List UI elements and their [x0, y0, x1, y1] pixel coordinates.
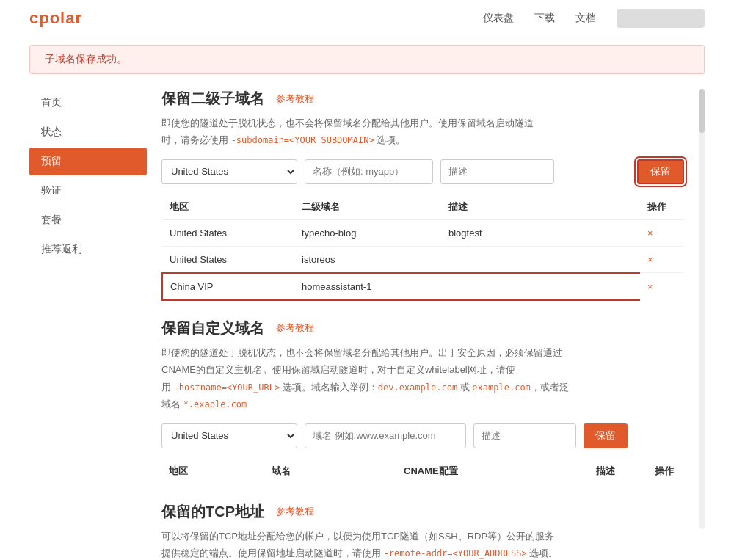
subdomain-name-input[interactable]: [305, 159, 433, 184]
col-desc: 描述: [441, 194, 640, 220]
custom-domain-desc-input[interactable]: [473, 423, 576, 448]
col-cname: CNAME配置: [396, 459, 589, 484]
nav-dashboard[interactable]: 仪表盘: [483, 12, 514, 25]
scrollbar-track[interactable]: [699, 89, 705, 529]
tcp-ref-link[interactable]: 参考教程: [276, 505, 314, 518]
subdomain-ref-link[interactable]: 参考教程: [276, 92, 314, 106]
sidebar-item-verify[interactable]: 验证: [29, 177, 147, 205]
subdomain-region-select[interactable]: United States China VIP: [161, 159, 297, 184]
sidebar: 首页 状态 预留 验证 套餐 推荐返利: [29, 89, 147, 560]
subdomain-desc: 即使您的隧道处于脱机状态，也不会将保留域名分配给其他用户。使用保留域名启动隧道时…: [161, 114, 684, 149]
custom-domain-input[interactable]: [305, 423, 466, 448]
subdomain-section: 保留二级子域名 参考教程 即使您的隧道处于脱机状态，也不会将保留域名分配给其他用…: [161, 89, 684, 301]
subdomain-table-wrapper: 地区 二级域名 描述 操作: [161, 194, 684, 301]
success-message: 子域名保存成功。: [45, 53, 127, 65]
subdomain-save-button[interactable]: 保留: [637, 159, 684, 184]
custom-domain-form-row: United States China VIP 保留: [161, 423, 684, 448]
header: cpolar 仪表盘 下载 文档: [0, 0, 734, 37]
sidebar-item-status[interactable]: 状态: [29, 118, 147, 146]
tcp-desc: 可以将保留的TCP地址分配给您的帐户，以便为使用TCP隧道（如SSH、RDP等）…: [161, 528, 684, 560]
sidebar-item-home[interactable]: 首页: [29, 89, 147, 117]
col-domain: 域名: [264, 459, 396, 484]
custom-domain-table: 地区 域名 CNAME配置 描述 操作: [161, 459, 684, 484]
table-row-highlighted: China VIP homeassistant-1 ×: [162, 273, 684, 300]
custom-domain-desc: 即使您的隧道处于脱机状态，也不会将保留域名分配给其他用户。出于安全原因，必须保留…: [161, 344, 684, 413]
sidebar-item-reserve[interactable]: 预留: [29, 148, 147, 175]
subdomain-title: 保留二级子域名: [161, 89, 264, 109]
custom-domain-region-select[interactable]: United States China VIP: [161, 423, 297, 448]
col-subdomain: 二级域名: [294, 194, 441, 220]
table-row: United States istoreos ×: [162, 246, 684, 273]
main-layout: 首页 状态 预留 验证 套餐 推荐返利 保留二级子域名 参考教程 即使您的隧道处…: [0, 81, 734, 560]
nav-docs[interactable]: 文档: [575, 12, 596, 25]
subdomain-header: 保留二级子域名 参考教程: [161, 89, 684, 109]
custom-domain-save-button[interactable]: 保留: [584, 423, 628, 448]
logo: cpolar: [29, 9, 82, 28]
subdomain-form-row: United States China VIP 保留: [161, 159, 684, 184]
col-desc: 描述: [589, 459, 647, 484]
nav-links: 仪表盘 下载 文档: [483, 9, 705, 28]
subdomain-table: 地区 二级域名 描述 操作: [161, 194, 684, 301]
scrollbar-thumb[interactable]: [699, 89, 705, 133]
nav-download[interactable]: 下载: [534, 12, 555, 25]
custom-domain-section: 保留自定义域名 参考教程 即使您的隧道处于脱机状态，也不会将保留域名分配给其他用…: [161, 319, 684, 484]
success-banner: 子域名保存成功。: [29, 45, 705, 74]
col-region: 地区: [161, 459, 264, 484]
tcp-section: 保留的TCP地址 参考教程 可以将保留的TCP地址分配给您的帐户，以便为使用TC…: [161, 502, 684, 560]
custom-domain-ref-link[interactable]: 参考教程: [276, 321, 314, 335]
content: 保留二级子域名 参考教程 即使您的隧道处于脱机状态，也不会将保留域名分配给其他用…: [161, 89, 684, 560]
tcp-title: 保留的TCP地址: [161, 502, 264, 522]
subdomain-desc-input[interactable]: [440, 159, 554, 184]
col-region: 地区: [162, 194, 294, 220]
tcp-header: 保留的TCP地址 参考教程: [161, 502, 684, 522]
delete-row-1[interactable]: ×: [647, 254, 653, 265]
sidebar-item-referral[interactable]: 推荐返利: [29, 236, 147, 263]
user-avatar[interactable]: [617, 9, 705, 28]
table-row: United States typecho-blog blogtest ×: [162, 219, 684, 246]
col-action: 操作: [640, 194, 684, 220]
delete-row-2[interactable]: ×: [647, 281, 653, 292]
custom-domain-header: 保留自定义域名 参考教程: [161, 319, 684, 338]
delete-row-0[interactable]: ×: [647, 228, 653, 239]
col-action: 操作: [647, 459, 684, 484]
custom-domain-title: 保留自定义域名: [161, 319, 264, 338]
sidebar-item-plan[interactable]: 套餐: [29, 206, 147, 234]
